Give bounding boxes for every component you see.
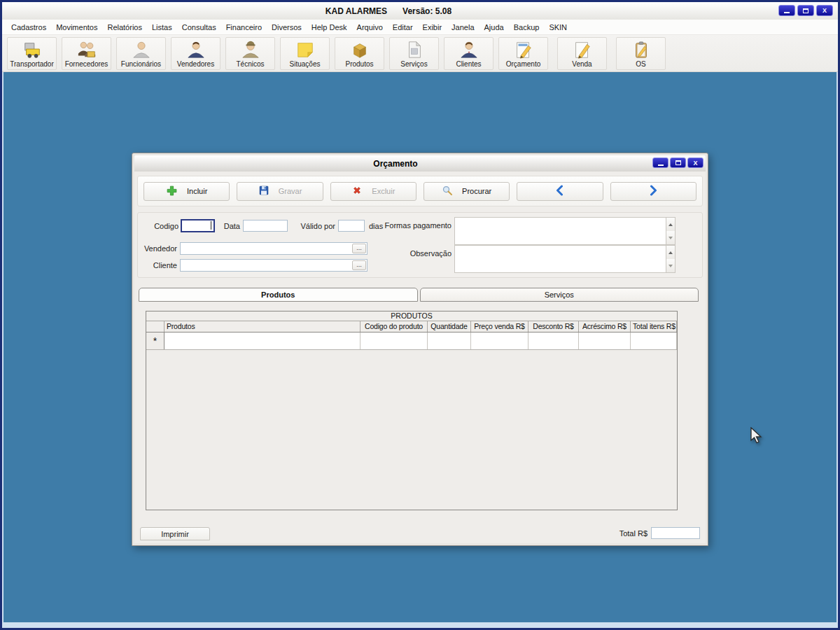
minimize-icon (658, 164, 664, 166)
menu-arquivo[interactable]: Arquivo (352, 22, 388, 33)
menu-movimentos[interactable]: Movimentos (51, 22, 102, 33)
app-title: KAD ALARMES (326, 6, 387, 16)
procurar-button[interactable]: Procurar (424, 182, 510, 201)
toolbar-venda-button[interactable]: Venda (557, 37, 607, 70)
vendedor-input[interactable] (180, 242, 368, 255)
next-record-button[interactable] (610, 182, 696, 201)
toolbar-vendedores-button[interactable]: Vendedores (171, 37, 220, 70)
maximize-icon (676, 160, 681, 165)
menu-ajuda[interactable]: Ajuda (479, 22, 509, 33)
observacao-textarea[interactable] (454, 245, 666, 273)
toolbar-clientes-button[interactable]: Clientes (444, 37, 493, 70)
cliente-input[interactable] (180, 259, 368, 272)
gravar-label: Gravar (279, 187, 302, 195)
menu-consultas[interactable]: Consultas (177, 22, 221, 33)
menu-listas[interactable]: Listas (147, 22, 177, 33)
dialog-close-button[interactable]: X (687, 158, 704, 168)
grid-col-desconto: Desconto R$ (528, 321, 579, 332)
toolbar-funcionarios-button[interactable]: Funcionários (116, 37, 166, 70)
formas-pagamento-textarea[interactable] (454, 217, 666, 245)
grid-cell[interactable] (528, 332, 579, 349)
incluir-button[interactable]: Incluir (144, 182, 230, 201)
spin-up-button[interactable] (666, 246, 675, 259)
close-button[interactable]: X (816, 5, 833, 16)
toolbar-produtos-button[interactable]: Produtos (335, 37, 384, 70)
main-toolbar: Transportador Fornecedores Funcionários … (2, 35, 838, 72)
observacao-spinner (666, 245, 676, 273)
toolbar-orcamento-button[interactable]: Orçamento (498, 37, 548, 70)
tab-produtos[interactable]: Produtos (139, 288, 418, 302)
grid-cell[interactable] (428, 332, 471, 349)
gravar-button[interactable]: Gravar (237, 182, 323, 201)
app-version: Versão: 5.08 (402, 6, 451, 16)
grid-cell[interactable] (631, 332, 677, 349)
spin-up-button[interactable] (666, 218, 675, 231)
tab-produtos-label: Produtos (261, 290, 295, 299)
toolbar-os-button[interactable]: OS (616, 37, 666, 70)
tab-servicos-label: Serviços (545, 290, 574, 299)
employee-icon (131, 39, 152, 60)
minimize-button[interactable] (778, 5, 795, 16)
toolbar-transportador-button[interactable]: Transportador (7, 37, 57, 70)
grid-cell[interactable] (471, 332, 528, 349)
menu-backup[interactable]: Backup (509, 22, 545, 33)
grid-selector-header (146, 321, 164, 332)
menu-editar[interactable]: Editar (388, 22, 418, 33)
menu-cadastros[interactable]: Cadastros (6, 22, 51, 33)
menu-exibir[interactable]: Exibir (418, 22, 447, 33)
excluir-button[interactable]: Excluir (330, 182, 416, 201)
imprimir-label: Imprimir (161, 530, 189, 538)
toolbar-button-label: Funcionários (121, 60, 161, 68)
toolbar-fornecedores-button[interactable]: Fornecedores (62, 37, 111, 70)
suppliers-icon (76, 39, 97, 60)
total-label: Total R$ (593, 529, 648, 538)
dialog-minimize-button[interactable] (652, 158, 668, 168)
imprimir-button[interactable]: Imprimir (140, 527, 210, 540)
toolbar-button-label: Produtos (345, 60, 373, 68)
plus-icon (166, 185, 178, 198)
main-titlebar[interactable]: KAD ALARMES Versão: 5.08 X (2, 2, 838, 20)
toolbar-servicos-button[interactable]: Serviços (389, 37, 439, 70)
formas-pagamento-label: Formas pagamento (383, 221, 451, 230)
maximize-button[interactable] (797, 5, 814, 16)
valido-por-label: Válido por (296, 222, 335, 230)
total-input[interactable] (651, 527, 700, 539)
grid-cell[interactable] (579, 332, 631, 349)
vendedor-label: Vendedor (139, 244, 177, 253)
menu-diversos[interactable]: Diversos (267, 22, 307, 33)
toolbar-button-label: Orçamento (506, 60, 540, 68)
grid-cell[interactable] (360, 332, 428, 349)
spin-down-button[interactable] (666, 231, 675, 244)
triangle-down-icon (668, 237, 673, 239)
text-caret (211, 221, 211, 230)
cliente-lookup-button[interactable]: ... (352, 260, 366, 270)
menu-relatorios[interactable]: Relatórios (102, 22, 147, 33)
valido-por-input[interactable] (338, 220, 365, 232)
orcamento-window: Orçamento X Incluir Gravar (132, 153, 708, 546)
toolbar-button-label: OS (636, 60, 645, 68)
toolbar-tecnicos-button[interactable]: Técnicos (225, 37, 275, 70)
fields-panel: Codigo Data Válido por dias Formas pagam… (137, 212, 703, 278)
orcamento-titlebar[interactable]: Orçamento X (134, 155, 706, 172)
triangle-down-icon (668, 265, 673, 267)
tab-servicos[interactable]: Serviços (420, 288, 699, 302)
grid-cell[interactable] (164, 332, 360, 349)
grid-col-acrescimo: Acréscimo R$ (579, 321, 631, 332)
menu-janela[interactable]: Janela (447, 22, 479, 33)
truck-icon (22, 39, 43, 60)
triangle-up-icon (668, 251, 673, 254)
menu-financeiro[interactable]: Financeiro (221, 22, 267, 33)
spin-down-button[interactable] (666, 259, 675, 272)
chevron-left-icon (554, 185, 566, 197)
previous-record-button[interactable] (517, 182, 603, 201)
codigo-input[interactable] (181, 220, 214, 232)
menu-helpdesk[interactable]: Help Desk (307, 22, 352, 33)
vendedor-lookup-button[interactable]: ... (352, 244, 366, 253)
data-input[interactable] (243, 220, 288, 232)
sticky-note-icon (295, 39, 316, 60)
grid-new-row[interactable]: * (146, 332, 677, 350)
dialog-maximize-button[interactable] (670, 158, 686, 168)
menu-skin[interactable]: SKIN (544, 22, 572, 33)
toolbar-situacoes-button[interactable]: Situações (280, 37, 330, 70)
clipboard-pencil-icon (631, 39, 652, 60)
